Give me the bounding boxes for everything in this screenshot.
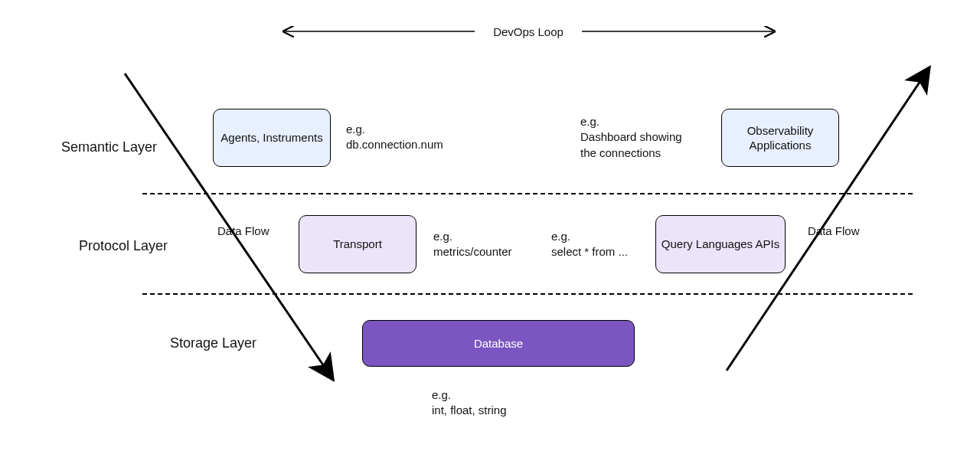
diagram-stage: DevOps Loop Semantic Layer Protocol Laye… xyxy=(0,0,980,454)
svg-line-3 xyxy=(727,77,923,371)
data-flow-right-label: Data Flow xyxy=(808,224,860,237)
